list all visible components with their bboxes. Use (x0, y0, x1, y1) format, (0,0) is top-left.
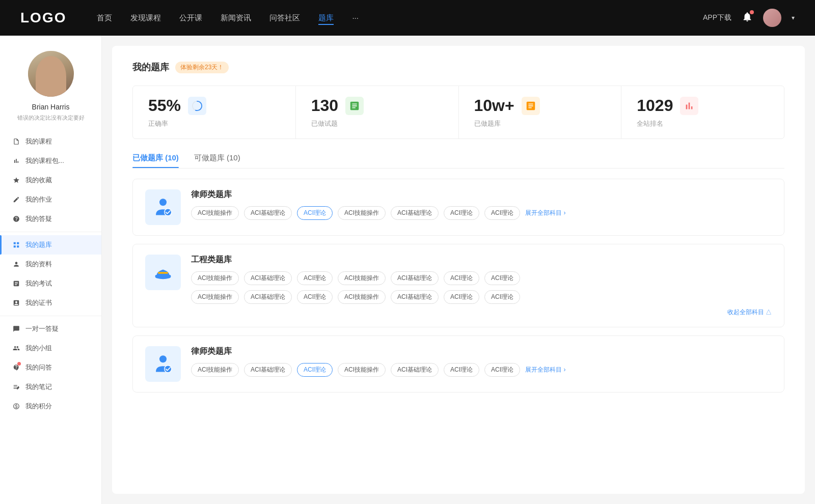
tag-eng-1-1[interactable]: ACI技能操作 (191, 271, 239, 285)
category-icon-lawyer-2 (145, 346, 181, 382)
edit-icon (12, 195, 20, 204)
user-avatar[interactable] (763, 9, 781, 27)
sidebar-item-points-label: 我的积分 (25, 402, 52, 411)
stat-value-accuracy: 55% (148, 96, 181, 115)
category-name-engineer: 工程类题库 (191, 255, 772, 265)
tag-lawyer-1-7[interactable]: ACI理论 (484, 206, 520, 220)
nav-item-discover[interactable]: 发现课程 (130, 13, 161, 23)
stat-label-done-banks: 已做题库 (474, 119, 606, 128)
tabs-row: 已做题库 (10) 可做题库 (10) (132, 153, 784, 169)
tab-available-banks[interactable]: 可做题库 (10) (194, 153, 240, 168)
sidebar-item-course[interactable]: 我的课程 (0, 132, 101, 151)
trial-badge: 体验剩余23天！ (175, 62, 229, 73)
bell-notification-dot (750, 10, 754, 14)
sidebar-item-group-label: 我的小组 (25, 344, 52, 353)
chat-icon (12, 325, 20, 333)
tag-eng-2-1[interactable]: ACI技能操作 (191, 290, 239, 304)
category-name-lawyer-2: 律师类题库 (191, 346, 772, 357)
page-title: 我的题库 (132, 61, 169, 73)
tag-eng-1-2[interactable]: ACI基础理论 (244, 271, 292, 285)
tab-done-banks[interactable]: 已做题库 (10) (132, 153, 179, 168)
stat-card-rank: 1029 全站排名 (621, 86, 784, 138)
tag-lawyer-1-4[interactable]: ACI技能操作 (338, 206, 386, 220)
stat-label-accuracy: 正确率 (148, 119, 280, 128)
sidebar-item-1on1-label: 一对一答疑 (25, 324, 59, 333)
tag-lawyer-1-6[interactable]: ACI理论 (444, 206, 479, 220)
sidebar-item-group[interactable]: 我的小组 (0, 339, 101, 358)
stat-value-done-questions: 130 (311, 96, 338, 115)
tags-row-lawyer-1: ACI技能操作 ACI基础理论 ACI理论 ACI技能操作 ACI基础理论 AC… (191, 206, 772, 220)
stat-label-done-questions: 已做试题 (311, 119, 443, 128)
sidebar-username: Brian Harris (32, 103, 70, 111)
tag-eng-2-4[interactable]: ACI技能操作 (338, 290, 386, 304)
user-menu-arrow[interactable]: ▾ (792, 14, 795, 21)
nav-item-bank[interactable]: 题库 (318, 13, 334, 23)
svg-rect-6 (158, 272, 168, 274)
nav-item-qa[interactable]: 问答社区 (269, 13, 300, 23)
expand-lawyer-2[interactable]: 展开全部科目 › (525, 366, 565, 374)
sidebar-item-notes[interactable]: 我的笔记 (0, 377, 101, 397)
tag-eng-2-3[interactable]: ACI理论 (297, 290, 333, 304)
sidebar-item-package-label: 我的课程包... (25, 156, 64, 165)
sidebar: Brian Harris 错误的决定比没有决定要好 我的课程 我的课程包... … (0, 36, 102, 504)
sidebar-item-cert[interactable]: 我的证书 (0, 293, 101, 313)
sidebar-item-course-package[interactable]: 我的课程包... (0, 151, 101, 171)
nav-item-news[interactable]: 新闻资讯 (221, 13, 251, 23)
nav-item-home[interactable]: 首页 (97, 13, 112, 23)
tag-eng-1-4[interactable]: ACI技能操作 (338, 271, 386, 285)
tag-lawyer-2-5[interactable]: ACI基础理论 (391, 363, 439, 377)
qa-notification-dot (17, 362, 21, 366)
main-content: 我的题库 体验剩余23天！ 55% 正确率 (112, 46, 805, 494)
sidebar-item-bank[interactable]: 我的题库 (0, 235, 101, 255)
tag-eng-1-6[interactable]: ACI理论 (444, 271, 479, 285)
tag-eng-2-7[interactable]: ACI理论 (484, 290, 520, 304)
sidebar-item-favorites[interactable]: 我的收藏 (0, 171, 101, 190)
tag-lawyer-1-2[interactable]: ACI基础理论 (244, 206, 292, 220)
tag-eng-2-5[interactable]: ACI基础理论 (391, 290, 439, 304)
notification-bell[interactable] (742, 11, 753, 24)
stat-card-accuracy: 55% 正确率 (133, 86, 296, 138)
done-banks-icon (522, 97, 540, 115)
nav-item-more[interactable]: ··· (352, 13, 359, 23)
app-download-button[interactable]: APP下载 (703, 13, 731, 22)
tag-eng-1-5[interactable]: ACI基础理论 (391, 271, 439, 285)
sidebar-item-questions[interactable]: 我的答疑 (0, 209, 101, 229)
sidebar-item-myqa-label: 我的问答 (25, 363, 52, 372)
sidebar-item-profile[interactable]: 我的资料 (0, 255, 101, 274)
logo[interactable]: LOGO (20, 10, 66, 26)
tag-eng-2-6[interactable]: ACI理论 (444, 290, 479, 304)
navbar-right: APP下载 ▾ (703, 9, 795, 27)
sidebar-item-points[interactable]: 我的积分 (0, 397, 101, 416)
sidebar-menu: 我的课程 我的课程包... 我的收藏 我的作业 (0, 132, 101, 416)
tag-lawyer-2-2[interactable]: ACI基础理论 (244, 363, 292, 377)
stat-card-done-banks: 10w+ 已做题库 (459, 86, 622, 138)
tag-lawyer-2-7[interactable]: ACI理论 (484, 363, 520, 377)
page-wrapper: Brian Harris 错误的决定比没有决定要好 我的课程 我的课程包... … (0, 36, 815, 504)
tag-eng-1-7[interactable]: ACI理论 (484, 271, 520, 285)
sidebar-item-homework[interactable]: 我的作业 (0, 190, 101, 209)
sidebar-item-1on1[interactable]: 一对一答疑 (0, 319, 101, 339)
expand-lawyer-1[interactable]: 展开全部科目 › (525, 209, 565, 217)
tag-lawyer-2-1[interactable]: ACI技能操作 (191, 363, 239, 377)
tag-eng-2-2[interactable]: ACI基础理论 (244, 290, 292, 304)
sidebar-item-favorites-label: 我的收藏 (25, 176, 52, 185)
tag-lawyer-2-6[interactable]: ACI理论 (444, 363, 479, 377)
tag-lawyer-2-4[interactable]: ACI技能操作 (338, 363, 386, 377)
category-icon-engineer (145, 255, 181, 290)
tag-lawyer-1-3[interactable]: ACI理论 (297, 206, 333, 220)
svg-point-7 (159, 355, 167, 362)
sidebar-avatar-image (28, 51, 74, 97)
sidebar-item-myqa[interactable]: 我的问答 (0, 358, 101, 377)
sidebar-item-exam[interactable]: 我的考试 (0, 274, 101, 293)
tag-lawyer-2-3[interactable]: ACI理论 (297, 363, 333, 377)
sidebar-item-cert-label: 我的证书 (25, 298, 52, 307)
doc-icon (12, 279, 20, 288)
rank-icon (680, 97, 698, 115)
question-icon (12, 215, 20, 223)
nav-item-open[interactable]: 公开课 (179, 13, 202, 23)
tag-eng-1-3[interactable]: ACI理论 (297, 271, 333, 285)
collapse-engineer[interactable]: 收起全部科目 △ (191, 308, 772, 317)
tags-row-engineer-1: ACI技能操作 ACI基础理论 ACI理论 ACI技能操作 ACI基础理论 AC… (191, 271, 772, 285)
tag-lawyer-1-5[interactable]: ACI基础理论 (391, 206, 439, 220)
tag-lawyer-1-1[interactable]: ACI技能操作 (191, 206, 239, 220)
